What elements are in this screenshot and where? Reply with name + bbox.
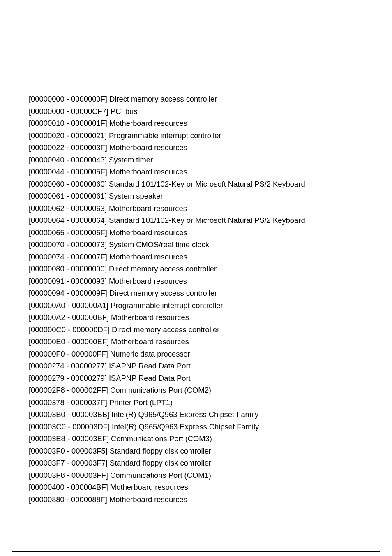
io-resource-label: [000000C0 - 000000DF] Direct memory acce… <box>29 324 219 336</box>
io-resource-label: [00000279 - 00000279] ISAPNP Read Data P… <box>29 373 191 385</box>
list-item[interactable]: [000003F8 - 000003FF] Communications Por… <box>29 470 363 482</box>
list-item[interactable]: [000000A2 - 000000BF] Motherboard resour… <box>29 312 363 324</box>
top-divider <box>12 25 380 25</box>
io-resource-label: [00000000 - 00000CF7] PCI bus <box>29 106 137 118</box>
io-resource-label: [00000000 - 0000000F] Direct memory acce… <box>29 93 217 106</box>
io-resource-label: [00000074 - 0000007F] Motherboard resour… <box>29 251 187 264</box>
io-resource-label: [000002F8 - 000002FF] Communications Por… <box>29 385 211 397</box>
io-resource-label: [00000080 - 00000090] Direct memory acce… <box>29 263 217 276</box>
list-item[interactable]: [00000000 - 0000000F] Direct memory acce… <box>29 93 363 106</box>
list-item[interactable]: [00000010 - 0000001F] Motherboard resour… <box>29 118 363 130</box>
list-item[interactable]: [00000880 - 0000088F] Motherboard resour… <box>29 494 363 506</box>
io-resource-label: [00000010 - 0000001F] Motherboard resour… <box>29 118 187 130</box>
io-resource-label: [00000022 - 0000003F] Motherboard resour… <box>29 142 187 154</box>
io-resource-label: [00000094 - 0000009F] Direct memory acce… <box>29 287 217 300</box>
list-item[interactable]: [000003C0 - 000003DF] Intel(R) Q965/Q963… <box>29 421 363 433</box>
list-item[interactable]: [00000022 - 0000003F] Motherboard resour… <box>29 142 363 154</box>
list-item[interactable]: [00000400 - 000004BF] Motherboard resour… <box>29 482 363 494</box>
io-resource-label: [000003B0 - 000003BB] Intel(R) Q965/Q963… <box>29 409 258 421</box>
io-list: [00000000 - 0000000F] Direct memory acce… <box>12 93 380 506</box>
list-item[interactable]: [00000091 - 00000093] Motherboard resour… <box>29 276 363 288</box>
io-resource-label: [00000400 - 000004BF] Motherboard resour… <box>29 482 188 494</box>
io-resource-label: [000003C0 - 000003DF] Intel(R) Q965/Q963… <box>29 421 259 433</box>
io-resource-label: [00000040 - 00000043] System timer <box>29 154 153 167</box>
list-item[interactable]: [000000A0 - 000000A1] Programmable inter… <box>29 300 363 312</box>
list-item[interactable]: [000003F7 - 000003F7] Standard floppy di… <box>29 457 363 470</box>
io-resource-label: [00000070 - 00000073] System CMOS/real t… <box>29 239 209 251</box>
io-resource-label: [00000044 - 0000005F] Motherboard resour… <box>29 166 187 178</box>
list-item[interactable]: [00000080 - 00000090] Direct memory acce… <box>29 263 363 276</box>
list-item[interactable]: [00000062 - 00000063] Motherboard resour… <box>29 203 363 215</box>
io-resource-label: [000000A0 - 000000A1] Programmable inter… <box>29 300 223 312</box>
io-resource-label: [00000061 - 00000061] System speaker <box>29 190 163 203</box>
io-resource-label: [00000060 - 00000060] Standard 101/102-K… <box>29 178 305 191</box>
io-resource-label: [00000020 - 00000021] Programmable inter… <box>29 130 221 142</box>
io-resource-label: [000003F7 - 000003F7] Standard floppy di… <box>29 457 211 470</box>
list-item[interactable]: [00000000 - 00000CF7] PCI bus <box>29 106 363 118</box>
io-resource-label: [000003E8 - 000003EF] Communications Por… <box>29 433 212 445</box>
io-resource-label: [00000091 - 00000093] Motherboard resour… <box>29 276 187 288</box>
list-item[interactable]: [00000279 - 00000279] ISAPNP Read Data P… <box>29 373 363 385</box>
io-resource-label: [000000E0 - 000000EF] Motherboard resour… <box>29 336 189 348</box>
io-resource-label: [000000A2 - 000000BF] Motherboard resour… <box>29 312 189 324</box>
list-item[interactable]: [00000065 - 0000006F] Motherboard resour… <box>29 227 363 239</box>
list-item[interactable]: [000000F0 - 000000FF] Numeric data proce… <box>29 348 363 361</box>
list-item[interactable]: [000000C0 - 000000DF] Direct memory acce… <box>29 324 363 336</box>
io-resource-label: [00000274 - 00000277] ISAPNP Read Data P… <box>29 360 191 373</box>
io-resource-label: [000000F0 - 000000FF] Numeric data proce… <box>29 348 190 361</box>
list-item[interactable]: [000003F0 - 000003F5] Standard floppy di… <box>29 445 363 458</box>
io-resource-label: [00000880 - 0000088F] Motherboard resour… <box>29 494 187 506</box>
list-item[interactable]: [00000020 - 00000021] Programmable inter… <box>29 130 363 142</box>
footer <box>12 551 380 552</box>
list-item[interactable]: [000002F8 - 000002FF] Communications Por… <box>29 385 363 397</box>
list-item[interactable]: [000003B0 - 000003BB] Intel(R) Q965/Q963… <box>29 409 363 421</box>
list-item[interactable]: [00000044 - 0000005F] Motherboard resour… <box>29 166 363 178</box>
io-resource-label: [000003F8 - 000003FF] Communications Por… <box>29 470 211 482</box>
list-item[interactable]: [000003E8 - 000003EF] Communications Por… <box>29 433 363 445</box>
list-item[interactable]: [00000064 - 00000064] Standard 101/102-K… <box>29 215 363 227</box>
list-item[interactable]: [00000070 - 00000073] System CMOS/real t… <box>29 239 363 251</box>
list-item[interactable]: [00000060 - 00000060] Standard 101/102-K… <box>29 178 363 191</box>
list-item[interactable]: [00000378 - 0000037F] Printer Port (LPT1… <box>29 397 363 409</box>
io-resource-label: [00000378 - 0000037F] Printer Port (LPT1… <box>29 397 173 409</box>
list-item[interactable]: [00000074 - 0000007F] Motherboard resour… <box>29 251 363 264</box>
list-item[interactable]: [00000274 - 00000277] ISAPNP Read Data P… <box>29 360 363 373</box>
io-resource-label: [00000064 - 00000064] Standard 101/102-K… <box>29 215 305 227</box>
list-item[interactable]: [00000094 - 0000009F] Direct memory acce… <box>29 287 363 300</box>
io-resource-label: [000003F0 - 000003F5] Standard floppy di… <box>29 445 211 458</box>
bottom-divider <box>12 551 380 552</box>
io-resource-label: [00000065 - 0000006F] Motherboard resour… <box>29 227 187 239</box>
list-item[interactable]: [00000040 - 00000043] System timer <box>29 154 363 167</box>
list-item[interactable]: [000000E0 - 000000EF] Motherboard resour… <box>29 336 363 348</box>
list-item[interactable]: [00000061 - 00000061] System speaker <box>29 190 363 203</box>
io-resource-label: [00000062 - 00000063] Motherboard resour… <box>29 203 187 215</box>
